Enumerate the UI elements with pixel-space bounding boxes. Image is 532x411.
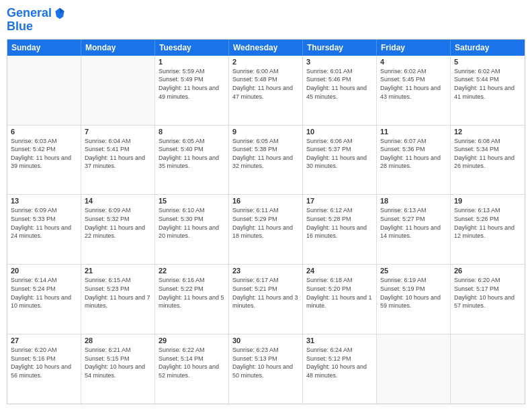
calendar-week-3: 13Sunrise: 6:09 AM Sunset: 5:33 PM Dayli… (7, 195, 525, 265)
day-info: Sunrise: 6:15 AM Sunset: 5:23 PM Dayligh… (85, 276, 151, 310)
calendar-cell: 13Sunrise: 6:09 AM Sunset: 5:33 PM Dayli… (7, 195, 81, 264)
day-info: Sunrise: 6:23 AM Sunset: 5:13 PM Dayligh… (232, 346, 299, 379)
day-info: Sunrise: 6:11 AM Sunset: 5:29 PM Dayligh… (232, 206, 299, 240)
header-day-monday: Monday (81, 40, 155, 56)
day-info: Sunrise: 6:14 AM Sunset: 5:24 PM Dayligh… (11, 276, 77, 310)
calendar-cell: 30Sunrise: 6:23 AM Sunset: 5:13 PM Dayli… (229, 334, 303, 404)
day-number: 29 (159, 336, 225, 345)
logo: General Blue (7, 7, 66, 34)
calendar-cell: 24Sunrise: 6:18 AM Sunset: 5:20 PM Dayli… (303, 265, 377, 334)
calendar-cell (451, 334, 525, 404)
day-number: 15 (159, 197, 225, 205)
day-number: 17 (306, 197, 373, 205)
calendar-cell: 25Sunrise: 6:19 AM Sunset: 5:19 PM Dayli… (377, 265, 451, 334)
day-number: 24 (306, 267, 373, 275)
day-info: Sunrise: 6:02 AM Sunset: 5:44 PM Dayligh… (454, 67, 521, 101)
logo-icon (53, 7, 66, 20)
calendar-cell: 4Sunrise: 6:02 AM Sunset: 5:45 PM Daylig… (377, 56, 451, 125)
calendar-cell: 1Sunrise: 5:59 AM Sunset: 5:49 PM Daylig… (155, 56, 229, 125)
calendar-cell: 16Sunrise: 6:11 AM Sunset: 5:29 PM Dayli… (229, 195, 303, 264)
header: General Blue (7, 7, 525, 34)
calendar-cell: 3Sunrise: 6:01 AM Sunset: 5:46 PM Daylig… (303, 56, 377, 125)
day-number: 8 (159, 128, 225, 136)
day-info: Sunrise: 6:08 AM Sunset: 5:34 PM Dayligh… (454, 137, 521, 171)
day-number: 12 (454, 128, 521, 136)
day-info: Sunrise: 6:20 AM Sunset: 5:16 PM Dayligh… (11, 346, 77, 379)
day-number: 11 (380, 128, 447, 136)
calendar-cell: 6Sunrise: 6:03 AM Sunset: 5:42 PM Daylig… (7, 126, 81, 195)
calendar-week-1: 1Sunrise: 5:59 AM Sunset: 5:49 PM Daylig… (7, 56, 525, 126)
calendar-cell: 17Sunrise: 6:12 AM Sunset: 5:28 PM Dayli… (303, 195, 377, 264)
day-number: 13 (11, 197, 77, 205)
day-info: Sunrise: 6:12 AM Sunset: 5:28 PM Dayligh… (306, 206, 373, 240)
calendar-header: SundayMondayTuesdayWednesdayThursdayFrid… (7, 40, 525, 56)
day-info: Sunrise: 6:01 AM Sunset: 5:46 PM Dayligh… (306, 67, 373, 101)
calendar-page: General Blue SundayMondayTuesdayWednesda… (0, 0, 532, 411)
day-info: Sunrise: 6:09 AM Sunset: 5:33 PM Dayligh… (11, 206, 77, 240)
day-number: 19 (454, 197, 521, 205)
day-number: 5 (454, 58, 521, 66)
day-number: 23 (232, 267, 299, 275)
day-info: Sunrise: 6:05 AM Sunset: 5:38 PM Dayligh… (232, 137, 299, 171)
calendar-cell: 20Sunrise: 6:14 AM Sunset: 5:24 PM Dayli… (7, 265, 81, 334)
calendar-cell: 23Sunrise: 6:17 AM Sunset: 5:21 PM Dayli… (229, 265, 303, 334)
logo-blue-text: Blue (7, 20, 66, 34)
calendar-cell: 7Sunrise: 6:04 AM Sunset: 5:41 PM Daylig… (81, 126, 155, 195)
calendar-cell: 26Sunrise: 6:20 AM Sunset: 5:17 PM Dayli… (451, 265, 525, 334)
calendar-body: 1Sunrise: 5:59 AM Sunset: 5:49 PM Daylig… (7, 56, 525, 404)
day-number: 25 (380, 267, 447, 275)
day-number: 20 (11, 267, 77, 275)
day-number: 4 (380, 58, 447, 66)
calendar-cell: 31Sunrise: 6:24 AM Sunset: 5:12 PM Dayli… (303, 334, 377, 404)
calendar: SundayMondayTuesdayWednesdayThursdayFrid… (7, 39, 525, 404)
day-info: Sunrise: 6:02 AM Sunset: 5:45 PM Dayligh… (380, 67, 447, 101)
header-day-tuesday: Tuesday (155, 40, 229, 56)
calendar-cell: 11Sunrise: 6:07 AM Sunset: 5:36 PM Dayli… (377, 126, 451, 195)
day-info: Sunrise: 6:17 AM Sunset: 5:21 PM Dayligh… (232, 276, 299, 310)
calendar-cell (7, 56, 81, 125)
calendar-week-2: 6Sunrise: 6:03 AM Sunset: 5:42 PM Daylig… (7, 126, 525, 195)
day-number: 30 (232, 336, 299, 345)
day-number: 14 (85, 197, 151, 205)
header-day-thursday: Thursday (303, 40, 377, 56)
calendar-cell: 9Sunrise: 6:05 AM Sunset: 5:38 PM Daylig… (229, 126, 303, 195)
day-info: Sunrise: 6:07 AM Sunset: 5:36 PM Dayligh… (380, 137, 447, 171)
calendar-cell: 10Sunrise: 6:06 AM Sunset: 5:37 PM Dayli… (303, 126, 377, 195)
day-info: Sunrise: 6:16 AM Sunset: 5:22 PM Dayligh… (159, 276, 225, 310)
calendar-cell: 29Sunrise: 6:22 AM Sunset: 5:14 PM Dayli… (155, 334, 229, 404)
day-number: 6 (11, 128, 77, 136)
day-info: Sunrise: 6:03 AM Sunset: 5:42 PM Dayligh… (11, 137, 77, 171)
day-number: 7 (85, 128, 151, 136)
day-info: Sunrise: 6:21 AM Sunset: 5:15 PM Dayligh… (85, 346, 151, 379)
day-info: Sunrise: 6:24 AM Sunset: 5:12 PM Dayligh… (306, 346, 373, 379)
calendar-cell (377, 334, 451, 404)
day-number: 1 (159, 58, 225, 66)
day-number: 22 (159, 267, 225, 275)
day-info: Sunrise: 6:20 AM Sunset: 5:17 PM Dayligh… (454, 276, 521, 310)
calendar-cell: 18Sunrise: 6:13 AM Sunset: 5:27 PM Dayli… (377, 195, 451, 264)
day-info: Sunrise: 6:13 AM Sunset: 5:26 PM Dayligh… (454, 206, 521, 240)
day-number: 28 (85, 336, 151, 345)
header-day-saturday: Saturday (451, 40, 525, 56)
calendar-cell: 2Sunrise: 6:00 AM Sunset: 5:48 PM Daylig… (229, 56, 303, 125)
calendar-cell: 27Sunrise: 6:20 AM Sunset: 5:16 PM Dayli… (7, 334, 81, 404)
day-info: Sunrise: 6:06 AM Sunset: 5:37 PM Dayligh… (306, 137, 373, 171)
calendar-week-4: 20Sunrise: 6:14 AM Sunset: 5:24 PM Dayli… (7, 265, 525, 334)
calendar-cell (81, 56, 155, 125)
day-info: Sunrise: 6:00 AM Sunset: 5:48 PM Dayligh… (232, 67, 299, 101)
day-info: Sunrise: 6:10 AM Sunset: 5:30 PM Dayligh… (159, 206, 225, 240)
calendar-cell: 22Sunrise: 6:16 AM Sunset: 5:22 PM Dayli… (155, 265, 229, 334)
header-day-wednesday: Wednesday (229, 40, 303, 56)
day-info: Sunrise: 6:13 AM Sunset: 5:27 PM Dayligh… (380, 206, 447, 240)
day-info: Sunrise: 6:22 AM Sunset: 5:14 PM Dayligh… (159, 346, 225, 379)
day-number: 21 (85, 267, 151, 275)
day-number: 2 (232, 58, 299, 66)
day-number: 18 (380, 197, 447, 205)
calendar-cell: 14Sunrise: 6:09 AM Sunset: 5:32 PM Dayli… (81, 195, 155, 264)
day-number: 27 (11, 336, 77, 345)
day-number: 26 (454, 267, 521, 275)
day-number: 16 (232, 197, 299, 205)
logo-text: General (7, 7, 52, 20)
day-info: Sunrise: 6:18 AM Sunset: 5:20 PM Dayligh… (306, 276, 373, 310)
header-day-sunday: Sunday (7, 40, 81, 56)
